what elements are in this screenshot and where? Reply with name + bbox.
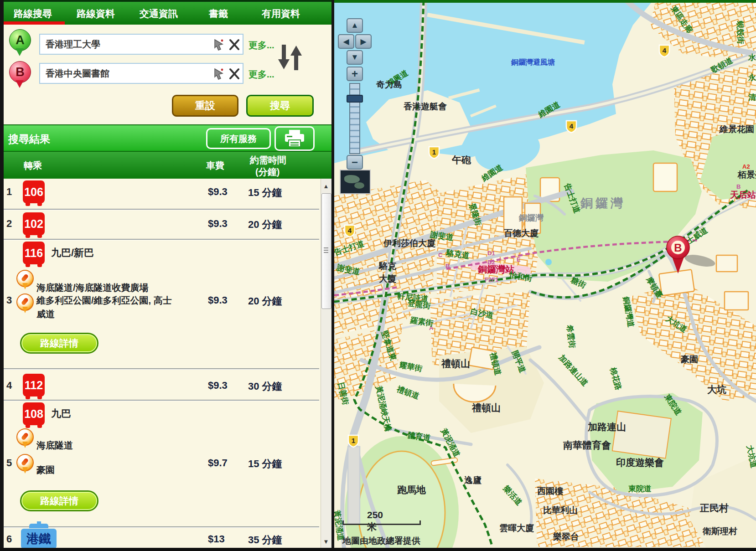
zoom-in-button[interactable]: + [347,67,363,81]
nav-bar: 路線搜尋 路線資料 交通資訊 書籤 有用資料 [4,0,331,25]
dest-pin-b: B [9,61,31,83]
zoom-out-button[interactable]: − [347,155,363,170]
route-shield: 4 [566,121,576,133]
results-column-header: 轉乘 車費 約需時間 (分鐘) [4,152,331,179]
row-3-time: 20 分鐘 [248,294,282,308]
map-label: 大廈 [379,274,396,283]
map-label: 大坑 [707,384,726,395]
pan-right-button[interactable]: ▶ [355,34,372,49]
overview-map[interactable] [340,170,371,194]
dest-pin-letter: B [16,65,25,79]
map-label: 跑馬地 [397,484,426,495]
row-1-bus-badge[interactable]: 106 [23,180,45,203]
map-svg: 4 1 4 4 1 鴻興道 奇力島 香港遊艇會 銅鑼灣避風塘 午砲 維園道 維園… [334,0,756,551]
route-shield: 1 [348,435,358,447]
print-button[interactable] [274,126,315,151]
row-4-bus-badge[interactable]: 112 [23,374,45,397]
row-5-operator: 九巴 [51,407,71,421]
row-4-number: 4 [6,380,18,391]
row-2-bus-badge[interactable]: 102 [23,212,45,235]
map-label: 雲暉大廈 [499,523,534,533]
pan-up-button[interactable]: ▲ [347,18,363,33]
transit-app: 路線搜尋 路線資料 交通資訊 書籤 有用資料 A 更多... B 更多... [0,0,756,551]
all-services-button[interactable]: 所有服務 [206,128,271,149]
map-label: 比華利山 [543,505,578,515]
row-3-fare: $9.3 [208,294,228,306]
row-6-number: 6 [6,533,18,545]
row-6-time: 35 分鐘 [248,533,282,547]
tab-route-info[interactable]: 路線資料 [77,7,115,20]
scale-bar [342,520,421,525]
map-label: 銅鑼灣 [518,213,544,222]
map-label: 禮頓山 [471,402,501,413]
interchange-pin-icon [16,428,34,446]
row-5-interchange-2: 豪園 [36,464,55,476]
pan-left-button[interactable]: ◀ [338,34,354,49]
tab-route-search[interactable]: 路線搜尋 [14,7,52,20]
map-label: 銅鑼灣 [580,196,626,210]
tab-useful-info[interactable]: 有用資料 [262,7,300,20]
row-5-route-detail-button[interactable]: 路線詳情 [20,490,98,511]
dest-clear-icon[interactable] [228,67,242,80]
row-3-interchange-2b: 威道 [36,308,55,320]
map-label: 永 [748,73,756,82]
row-6-mtr-badge[interactable]: 港鐵 [21,529,57,549]
col-time-line2: (分鐘) [255,166,280,178]
map-canvas[interactable]: 4 1 4 4 1 鴻興道 奇力島 香港遊艇會 銅鑼灣避風塘 午砲 維園道 維園… [334,0,756,551]
row-6-fare: $13 [208,533,225,545]
map-label: 禮頓山 [441,358,470,369]
map-label: 水 [748,53,756,62]
map-label: E [517,256,521,263]
map-label: 銅鑼灣避風塘 [511,58,555,66]
map-label: 奇力島 [376,80,402,89]
park-pond [545,259,552,265]
dest-map-select-icon[interactable] [212,67,226,80]
row-4-fare: $9.3 [208,380,228,391]
results-scrollbar-thumb[interactable] [321,193,331,309]
tab-traffic-info[interactable]: 交通資訊 [140,7,178,20]
row-3-bus-badge[interactable]: 116 [23,242,45,264]
row-divider [4,526,319,527]
map-label: 伊利莎伯大廈 [383,238,435,248]
park-building [653,163,677,191]
map-label: 銅鑼灣站 [477,264,514,274]
route-shield-number: 1 [352,437,355,444]
swap-origin-dest-icon[interactable] [277,40,303,77]
tab-bookmarks[interactable]: 書籤 [209,7,228,20]
map-label: 東院道 [628,484,652,493]
origin-clear-icon[interactable] [228,38,242,51]
row-2-time: 20 分鐘 [248,218,282,232]
route-shield: 4 [345,225,355,237]
zoom-slider-track[interactable] [349,83,360,154]
map-label: 西園樓 [537,486,563,496]
dest-more-link[interactable]: 更多... [249,68,274,81]
marker-b-letter: B [674,242,682,254]
map-label: F2F1 [485,276,498,283]
scrollbar-up-arrow[interactable]: ▲ [321,180,331,191]
interchange-pin-icon [16,270,34,287]
scrollbar-down-arrow[interactable]: ▼ [321,536,331,547]
map-label: B [736,183,740,190]
pan-down-button[interactable]: ▼ [347,50,363,65]
map-attribution: 地圖由地政總署提供 [342,535,420,547]
reset-button[interactable]: 重設 [172,95,238,117]
row-1-number: 1 [6,186,18,198]
map-label: 駱克 [378,261,397,271]
col-fare: 車費 [206,160,224,172]
row-divider [4,368,319,369]
route-shield-number: 4 [570,122,574,130]
zoom-slider-handle[interactable] [347,95,363,103]
row-5-bus-badge[interactable]: 108 [23,402,45,425]
row-2-number: 2 [6,218,18,230]
search-button[interactable]: 搜尋 [246,95,314,117]
route-shield-number: 4 [348,227,352,234]
row-divider [4,239,319,240]
row-3-route-detail-button[interactable]: 路線詳情 [20,333,98,354]
map-label: D2 [487,259,495,266]
map-label: 正民村 [699,503,729,513]
origin-map-select-icon[interactable] [212,38,226,51]
map-label: 豪園 [680,355,698,364]
interchange-pin-icon [16,454,34,471]
origin-more-link[interactable]: 更多... [249,39,274,51]
map-label: 維景花園 [719,124,754,134]
